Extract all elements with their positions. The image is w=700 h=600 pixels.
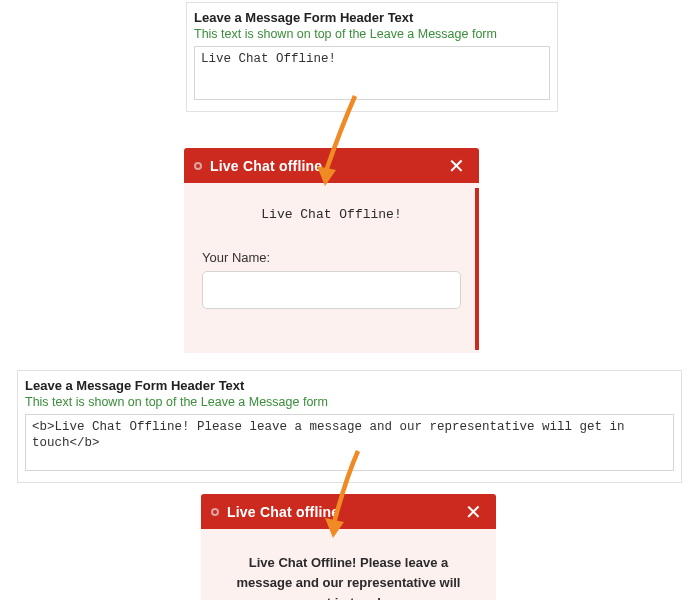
name-field-label: Your Name: bbox=[202, 250, 461, 265]
name-input[interactable] bbox=[202, 271, 461, 309]
chat-widget-preview-2: Live Chat offline ✕ Live Chat Offline! P… bbox=[201, 494, 496, 600]
offline-message: Live Chat Offline! bbox=[202, 207, 461, 222]
close-icon[interactable]: ✕ bbox=[461, 500, 486, 524]
scrollbar-thumb[interactable] bbox=[475, 188, 479, 350]
header-text-settings-2: Leave a Message Form Header Text This te… bbox=[17, 370, 682, 483]
chat-title: Live Chat offline bbox=[227, 504, 461, 520]
offline-message: Live Chat Offline! Please leave a messag… bbox=[225, 553, 472, 600]
header-text-input[interactable] bbox=[25, 414, 674, 471]
settings-help-text: This text is shown on top of the Leave a… bbox=[194, 27, 550, 41]
settings-heading: Leave a Message Form Header Text bbox=[194, 10, 550, 25]
chat-body: Live Chat Offline! Your Name: bbox=[184, 183, 479, 353]
status-offline-icon bbox=[211, 508, 219, 516]
chat-titlebar: Live Chat offline ✕ bbox=[184, 148, 479, 183]
settings-heading: Leave a Message Form Header Text bbox=[25, 378, 674, 393]
settings-help-text: This text is shown on top of the Leave a… bbox=[25, 395, 674, 409]
chat-title: Live Chat offline bbox=[210, 158, 444, 174]
header-text-settings-1: Leave a Message Form Header Text This te… bbox=[186, 2, 558, 112]
header-text-input[interactable] bbox=[194, 46, 550, 100]
status-offline-icon bbox=[194, 162, 202, 170]
close-icon[interactable]: ✕ bbox=[444, 154, 469, 178]
chat-body: Live Chat Offline! Please leave a messag… bbox=[201, 529, 496, 600]
chat-widget-preview-1: Live Chat offline ✕ Live Chat Offline! Y… bbox=[184, 148, 479, 353]
chat-titlebar: Live Chat offline ✕ bbox=[201, 494, 496, 529]
